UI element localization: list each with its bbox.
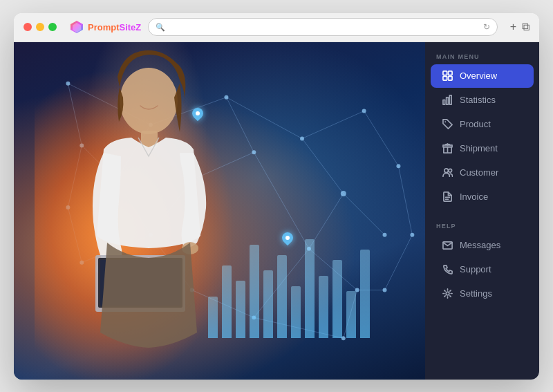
svg-point-49 [410,232,414,236]
chart-bar [236,281,245,338]
sidebar-item-overview[interactable]: Overview [431,64,534,88]
sidebar-item-settings-label: Settings [460,288,492,299]
browser-titlebar: PromptSiteZ 🔍 ↻ + ⧉ [14,13,539,42]
svg-line-26 [385,234,413,290]
chart-bar [222,265,232,338]
maximize-button[interactable] [48,23,57,31]
hero-image [14,42,425,380]
svg-rect-66 [449,95,451,104]
svg-point-67 [444,121,446,122]
sidebar-item-support[interactable]: Support [431,258,534,281]
svg-rect-65 [446,97,448,104]
traffic-lights [24,23,57,31]
close-button[interactable] [24,23,32,31]
file-text-icon [442,192,453,203]
minimize-button[interactable] [36,23,44,31]
svg-rect-61 [448,71,452,75]
app-logo: PromptSiteZ [69,19,141,35]
map-pin-1 [192,108,203,122]
sidebar: MAIN MENU Overview [425,42,539,380]
bar-chart-icon [442,95,453,106]
gift-icon [442,143,453,154]
search-icon: 🔍 [156,23,165,32]
sidebar-item-statistics-label: Statistics [460,95,496,105]
svg-rect-64 [442,100,444,105]
chart-bars-visualization [208,239,370,338]
sidebar-item-support-label: Support [460,264,491,274]
chart-bar [208,297,218,338]
svg-line-5 [302,111,364,138]
svg-line-6 [364,111,399,166]
browser-actions: + ⧉ [510,21,529,32]
sidebar-item-overview-label: Overview [460,71,497,81]
svg-rect-63 [448,76,452,80]
grid-icon [442,71,453,82]
sidebar-item-invoice[interactable]: Invoice [431,185,534,209]
sidebar-item-customer[interactable]: Customer [431,161,534,185]
sidebar-item-product-label: Product [460,119,491,129]
mail-icon [442,240,453,251]
svg-rect-60 [442,71,447,75]
svg-line-7 [302,138,344,194]
chart-bar [360,250,370,338]
phone-icon [442,264,453,275]
address-input[interactable] [169,22,478,32]
svg-point-36 [341,191,346,196]
help-label: HELP [425,223,539,230]
sidebar-item-messages-label: Messages [460,240,500,250]
chart-bar [319,276,328,338]
browser-content: MAIN MENU Overview [14,42,539,380]
sidebar-item-messages[interactable]: Messages [431,234,534,257]
sidebar-item-shipment[interactable]: Shipment [431,137,534,160]
tag-icon [442,119,453,130]
settings-icon [442,288,453,299]
svg-line-8 [344,194,385,235]
chart-bar [346,291,356,338]
browser-window: PromptSiteZ 🔍 ↻ + ⧉ [14,13,539,380]
svg-point-34 [362,109,366,113]
main-menu-label: MAIN MENU [425,53,539,60]
refresh-icon[interactable]: ↻ [483,22,490,32]
help-nav: Messages Support [425,234,539,306]
svg-point-52 [120,68,178,134]
svg-rect-62 [442,76,447,80]
svg-point-50 [383,288,387,292]
sidebar-item-shipment-label: Shipment [460,143,498,153]
svg-point-69 [444,169,448,173]
main-nav: Overview Statistics [425,64,539,209]
map-pin-2 [282,232,293,246]
address-bar[interactable]: 🔍 ↻ [148,18,497,36]
logo-text: PromptSiteZ [88,22,141,32]
svg-point-37 [383,232,387,236]
chart-bar [291,286,301,338]
svg-line-25 [398,166,412,235]
chart-bar [250,245,259,338]
sidebar-item-product[interactable]: Product [431,113,534,136]
chart-bar [263,270,273,338]
svg-point-70 [448,169,451,172]
new-tab-button[interactable]: + [510,21,516,32]
window-button[interactable]: ⧉ [522,21,529,32]
sidebar-item-statistics[interactable]: Statistics [431,88,534,112]
svg-point-33 [300,136,304,140]
svg-point-74 [446,292,449,295]
svg-point-35 [396,164,400,168]
sidebar-item-settings[interactable]: Settings [431,282,534,306]
chart-bar [332,260,342,338]
sidebar-item-invoice-label: Invoice [460,192,488,202]
users-icon [442,167,453,178]
logo-icon [69,19,84,35]
chart-bar [277,255,287,338]
sidebar-item-customer-label: Customer [460,167,498,178]
chart-bar [305,239,315,338]
